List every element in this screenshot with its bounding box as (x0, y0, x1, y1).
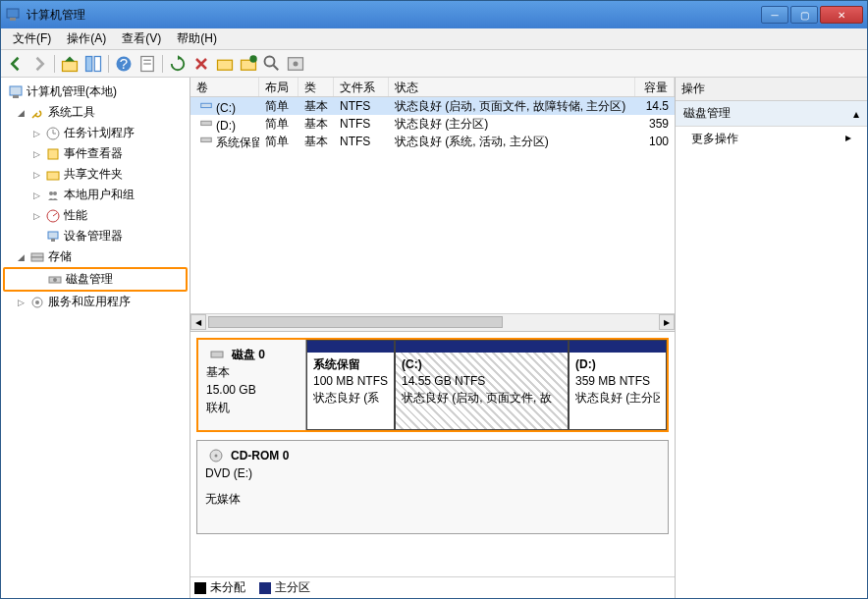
horizontal-scrollbar[interactable]: ◀ ▶ (190, 313, 675, 331)
users-icon (45, 188, 61, 203)
partition-c[interactable]: (C:) 14.55 GB NTFS 状态良好 (启动, 页面文件, 故 (395, 340, 569, 430)
expand-icon[interactable]: ▷ (30, 210, 42, 222)
toolbar: ? (1, 50, 867, 78)
action-button-1[interactable] (214, 53, 236, 75)
svg-rect-37 (201, 121, 212, 125)
maximize-button[interactable]: ▢ (790, 6, 818, 24)
partition-system-reserved[interactable]: 系统保留 100 MB NTFS 状态良好 (系 (306, 340, 395, 430)
expand-icon[interactable]: ▷ (30, 169, 42, 181)
tree-device-manager[interactable]: 设备管理器 (3, 226, 188, 246)
svg-rect-31 (31, 257, 43, 261)
svg-rect-3 (86, 56, 92, 71)
disk-graphical-view: 磁盘 0 基本 15.00 GB 联机 系统保留 100 MB NTFS 状态良… (190, 331, 675, 576)
drive-icon (199, 133, 213, 146)
svg-point-13 (265, 56, 275, 66)
help-icon[interactable]: ? (113, 53, 135, 75)
svg-rect-17 (10, 86, 22, 95)
tree-performance[interactable]: ▷ 性能 (3, 205, 188, 226)
volume-row[interactable]: (D:) 简单 基本 NTFS 状态良好 (主分区) 359 (190, 115, 675, 133)
actions-section-disk-mgmt[interactable]: 磁盘管理 ▴ (676, 101, 867, 127)
refresh-button[interactable] (167, 53, 189, 75)
tools-icon (29, 105, 45, 121)
event-icon (45, 146, 61, 162)
menu-help[interactable]: 帮助(H) (169, 28, 225, 49)
chevron-up-icon: ▴ (853, 107, 859, 121)
settings-icon[interactable] (285, 53, 306, 75)
volume-row[interactable]: 系统保留 简单 基本 NTFS 状态良好 (系统, 活动, 主分区) 100 (190, 133, 675, 150)
col-layout[interactable]: 布局 (259, 78, 298, 96)
delete-button[interactable] (190, 53, 212, 75)
folder-icon (45, 167, 61, 183)
tree-event-viewer[interactable]: ▷ 事件查看器 (3, 143, 188, 164)
actions-header: 操作 (676, 78, 867, 101)
svg-point-25 (53, 191, 57, 195)
svg-rect-10 (218, 60, 233, 70)
volume-row[interactable]: (C:) 简单 基本 NTFS 状态良好 (启动, 页面文件, 故障转储, 主分… (190, 97, 675, 115)
disk-icon (209, 347, 225, 362)
menu-action[interactable]: 操作(A) (59, 28, 114, 49)
tree-root[interactable]: 计算机管理(本地) (3, 82, 188, 102)
close-button[interactable]: ✕ (820, 6, 863, 24)
menu-view[interactable]: 查看(V) (114, 28, 169, 49)
svg-rect-38 (201, 137, 212, 141)
forward-button[interactable] (28, 53, 50, 75)
svg-rect-22 (48, 149, 58, 159)
drive-icon (199, 116, 213, 130)
tree-system-tools[interactable]: ◢ 系统工具 (3, 102, 188, 123)
up-button[interactable] (59, 53, 81, 75)
menu-file[interactable]: 文件(F) (5, 28, 59, 49)
action-button-2[interactable] (238, 53, 259, 75)
tree-label: 磁盘管理 (66, 271, 113, 288)
scroll-left-button[interactable]: ◀ (190, 314, 206, 330)
minimize-button[interactable]: ─ (761, 6, 788, 24)
tree-root-label: 计算机管理(本地) (27, 83, 117, 100)
collapse-icon[interactable]: ◢ (15, 107, 27, 119)
window-title: 计算机管理 (27, 7, 761, 24)
svg-point-24 (49, 191, 53, 195)
cdrom-icon (208, 448, 224, 463)
svg-line-27 (53, 213, 57, 216)
tree-label: 服务和应用程序 (48, 294, 131, 310)
col-capacity[interactable]: 容量 (635, 78, 675, 96)
collapse-icon[interactable]: ◢ (15, 251, 27, 263)
tree-shared-folders[interactable]: ▷ 共享文件夹 (3, 164, 188, 185)
scroll-thumb[interactable] (208, 316, 503, 328)
show-hide-tree-button[interactable] (82, 53, 104, 75)
actions-more[interactable]: 更多操作 ▸ (676, 127, 867, 151)
tree-task-scheduler[interactable]: ▷ 任务计划程序 (3, 123, 188, 143)
svg-rect-36 (201, 103, 212, 107)
volume-list[interactable]: (C:) 简单 基本 NTFS 状态良好 (启动, 页面文件, 故障转储, 主分… (190, 97, 675, 313)
cdrom-0-info: CD-ROM 0 DVD (E:) 无媒体 (197, 441, 668, 533)
col-type[interactable]: 类型 (298, 78, 334, 96)
disk-0-row[interactable]: 磁盘 0 基本 15.00 GB 联机 系统保留 100 MB NTFS 状态良… (196, 338, 669, 432)
col-filesystem[interactable]: 文件系统 (334, 78, 389, 96)
back-button[interactable] (5, 53, 27, 75)
legend: 未分配 主分区 (190, 576, 675, 598)
tree-storage[interactable]: ◢ 存储 (3, 246, 188, 267)
tree-local-users[interactable]: ▷ 本地用户和组 (3, 185, 188, 205)
col-volume[interactable]: 卷 (190, 78, 259, 96)
tree-disk-management[interactable]: 磁盘管理 (3, 267, 188, 292)
tree-services[interactable]: ▷ 服务和应用程序 (3, 292, 188, 312)
svg-rect-30 (31, 253, 43, 257)
expand-icon[interactable]: ▷ (30, 128, 42, 139)
drive-icon (199, 98, 213, 112)
cdrom-0-row[interactable]: CD-ROM 0 DVD (E:) 无媒体 (196, 440, 669, 534)
col-status[interactable]: 状态 (389, 78, 635, 96)
partition-d[interactable]: (D:) 359 MB NTFS 状态良好 (主分区 (569, 340, 667, 430)
svg-point-35 (35, 300, 39, 304)
app-icon (5, 7, 21, 23)
expand-icon[interactable]: ▷ (15, 297, 27, 308)
expand-icon[interactable]: ▷ (30, 148, 42, 160)
svg-point-12 (249, 55, 257, 63)
properties-button[interactable] (136, 53, 158, 75)
legend-primary-swatch (259, 582, 271, 594)
tree-label: 系统工具 (48, 104, 95, 121)
svg-rect-28 (48, 232, 58, 239)
navigation-tree[interactable]: 计算机管理(本地) ◢ 系统工具 ▷ 任务计划程序 ▷ 事件查看器 ▷ 共享文件… (1, 78, 190, 598)
computer-icon (8, 84, 24, 100)
expand-icon[interactable]: ▷ (30, 190, 42, 201)
scroll-right-button[interactable]: ▶ (659, 314, 675, 330)
svg-point-33 (53, 278, 57, 282)
search-icon[interactable] (261, 53, 283, 75)
